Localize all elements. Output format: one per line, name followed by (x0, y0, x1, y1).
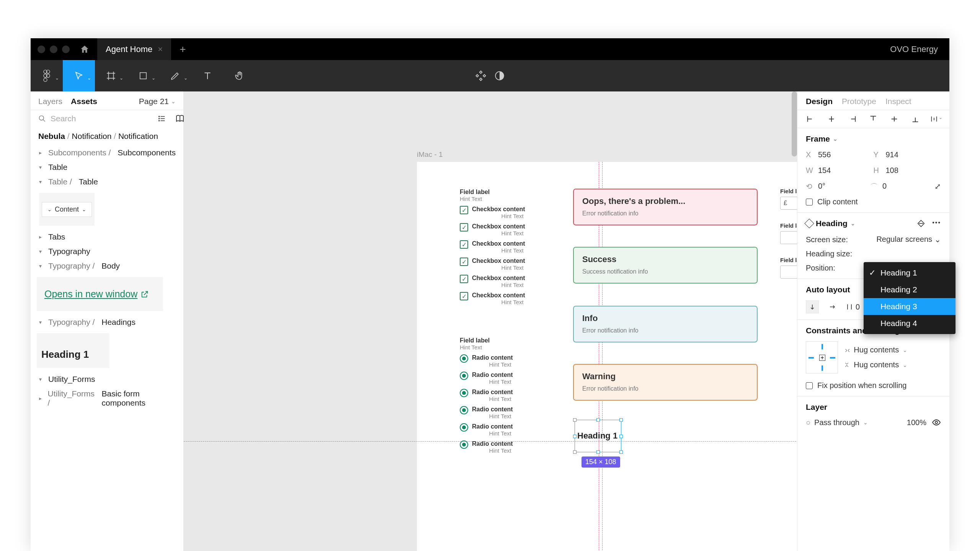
dropdown-option-h2[interactable]: Heading 2 (864, 281, 956, 298)
tab-prototype[interactable]: Prototype (842, 97, 876, 106)
move-tool[interactable]: ⌄ (63, 60, 95, 91)
radio-row[interactable]: Radio content Hint Text (460, 423, 563, 437)
checkbox-icon[interactable]: ✓ (460, 223, 468, 231)
traffic-min[interactable] (50, 46, 57, 53)
resize-handle[interactable] (619, 418, 623, 422)
pen-tool[interactable]: ⌄ (159, 60, 191, 91)
artboard-title[interactable]: iMac - 1 (417, 150, 443, 159)
radio-icon[interactable] (460, 372, 468, 380)
component-icon[interactable] (475, 70, 486, 81)
auto-layout-gap[interactable]: 0 (846, 303, 860, 311)
artboard[interactable]: Field label Hint Text ✓ Checkbox content… (417, 162, 797, 551)
auto-layout-direction-v[interactable] (806, 300, 819, 313)
asset-row-typography-headings[interactable]: ▾ Typography / Headings (37, 315, 181, 329)
align-hcenter-icon[interactable] (825, 115, 838, 123)
radio-row[interactable]: Radio content Hint Text (460, 372, 563, 385)
file-tab[interactable]: Agent Home × (97, 38, 171, 60)
blend-mode-select[interactable]: ○ Pass through ⌄ (806, 418, 868, 427)
checkbox-icon[interactable]: ✓ (460, 206, 468, 214)
distribute-icon[interactable]: ⌄ (930, 115, 942, 123)
align-top-icon[interactable] (867, 115, 879, 123)
resize-handle[interactable] (573, 450, 577, 454)
radio-row[interactable]: Radio content Hint Text (460, 389, 563, 402)
page-selector[interactable]: Page 21 ⌄ (139, 97, 176, 106)
align-right-icon[interactable] (846, 115, 859, 123)
mask-icon[interactable] (495, 71, 505, 81)
dropdown-option-h1[interactable]: Heading 1 (864, 264, 956, 281)
tab-inspect[interactable]: Inspect (885, 97, 911, 106)
asset-row-table[interactable]: ▾ Table / Table (37, 174, 181, 189)
y-input[interactable]: 914 (886, 150, 928, 159)
resize-handle[interactable] (596, 450, 600, 454)
asset-thumb-link[interactable]: Opens in new window (37, 277, 163, 311)
h-input[interactable]: 108 (886, 166, 928, 175)
checkbox-row[interactable]: ✓ Checkbox content Hint Text (460, 275, 563, 288)
radio-icon[interactable] (460, 440, 468, 449)
screen-size-select[interactable]: Regular screens ⌄ (876, 235, 941, 244)
clip-content-checkbox[interactable] (806, 199, 813, 205)
asset-row-basic-form[interactable]: ▸ Utility_Forms / Basic form components (37, 386, 181, 410)
opacity-input[interactable]: 100% (907, 418, 926, 427)
asset-row-tabs[interactable]: ▸ Tabs (37, 230, 181, 244)
asset-thumb-content[interactable]: ⌄ Content ⌄ (39, 193, 95, 226)
align-vcenter-icon[interactable] (888, 115, 900, 123)
organization-name[interactable]: OVO Energy (890, 44, 945, 54)
expand-icon[interactable]: ⤢ (934, 182, 941, 192)
radio-icon[interactable] (460, 423, 468, 432)
hand-tool[interactable] (224, 60, 256, 91)
fix-position-checkbox[interactable] (806, 382, 813, 389)
list-icon[interactable] (155, 114, 168, 123)
asset-row-utility-forms-group[interactable]: ▾ Utility_Forms (37, 372, 181, 386)
asset-row-subcomponents[interactable]: ▸ Subcomponents / Subcomponents (37, 145, 181, 160)
checkbox-row[interactable]: ✓ Checkbox content Hint Text (460, 258, 563, 271)
align-left-icon[interactable] (804, 115, 817, 123)
dropdown-option-h4[interactable]: Heading 4 (864, 315, 956, 332)
asset-row-table-group[interactable]: ▾ Table (37, 160, 181, 174)
text-input[interactable]: £ (780, 197, 797, 210)
horizontal-resizing-select[interactable]: ›‹ Hug contents ⌄ (845, 346, 907, 354)
frame-tool[interactable]: ⌄ (95, 60, 127, 91)
text-input[interactable] (780, 231, 797, 244)
radio-icon[interactable] (460, 354, 468, 363)
tab-design[interactable]: Design (806, 97, 833, 106)
search-input[interactable] (51, 114, 151, 123)
checkbox-icon[interactable]: ✓ (460, 275, 468, 283)
shape-tool[interactable]: ⌄ (127, 60, 159, 91)
asset-row-typography-group[interactable]: ▾ Typography (37, 244, 181, 259)
dropdown-option-h3[interactable]: Heading 3 (864, 298, 956, 315)
new-tab-button[interactable]: + (171, 43, 194, 55)
close-icon[interactable]: × (158, 44, 163, 54)
asset-thumb-heading1[interactable]: Heading 1 (37, 333, 109, 368)
resize-handle[interactable] (573, 435, 577, 438)
rotation-input[interactable]: 0° (818, 182, 860, 192)
checkbox-row[interactable]: ✓ Checkbox content Hint Text (460, 206, 563, 219)
x-input[interactable]: 556 (818, 150, 860, 159)
w-input[interactable]: 154 (818, 166, 860, 175)
canvas-scrollbar[interactable] (792, 91, 797, 156)
home-icon[interactable] (78, 44, 91, 54)
resize-handle[interactable] (619, 435, 623, 438)
more-icon[interactable]: ••• (932, 219, 941, 228)
traffic-close[interactable] (38, 46, 45, 53)
visibility-icon[interactable] (932, 418, 941, 427)
resizing-preview[interactable]: + (806, 341, 838, 373)
resize-handle[interactable] (596, 418, 600, 422)
checkbox-icon[interactable]: ✓ (460, 258, 468, 266)
vertical-resizing-select[interactable]: ›‹ Hug contents ⌄ (845, 360, 907, 369)
radius-input[interactable]: 0 (882, 182, 924, 192)
tab-assets[interactable]: Assets (71, 97, 97, 106)
checkbox-icon[interactable]: ✓ (460, 292, 468, 300)
align-bottom-icon[interactable] (909, 115, 921, 123)
radio-row[interactable]: Radio content Hint Text (460, 354, 563, 368)
radio-icon[interactable] (460, 406, 468, 414)
auto-layout-direction-h[interactable] (826, 300, 839, 313)
checkbox-icon[interactable]: ✓ (460, 240, 468, 249)
checkbox-row[interactable]: ✓ Checkbox content Hint Text (460, 240, 563, 254)
asset-row-typography-body[interactable]: ▾ Typography / Body (37, 259, 181, 273)
radio-row[interactable]: Radio content Hint Text (460, 406, 563, 419)
selected-layer-heading[interactable]: Heading 1 (575, 420, 621, 452)
resize-handle[interactable] (573, 418, 577, 422)
go-to-component-icon[interactable] (917, 219, 925, 228)
checkbox-row[interactable]: ✓ Checkbox content Hint Text (460, 223, 563, 236)
checkbox-row[interactable]: ✓ Checkbox content Hint Text (460, 292, 563, 305)
